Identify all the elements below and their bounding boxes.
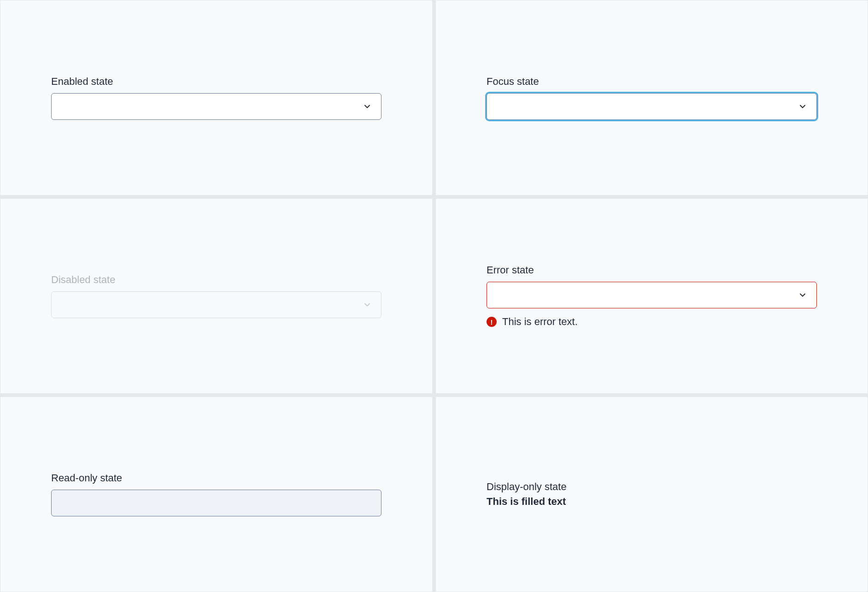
cell-focus: Focus state	[435, 0, 868, 195]
focus-select-wrap	[487, 93, 817, 120]
focus-label: Focus state	[487, 76, 817, 88]
cell-error: Error state ! This is error text.	[435, 198, 868, 394]
error-select[interactable]	[487, 282, 817, 308]
error-select-wrap: ! This is error text.	[487, 282, 817, 328]
disabled-label: Disabled state	[51, 274, 381, 286]
disabled-select-wrap	[51, 291, 381, 318]
readonly-select-wrap	[51, 490, 381, 516]
enabled-select-wrap	[51, 93, 381, 120]
error-message: This is error text.	[502, 316, 578, 328]
cell-disabled: Disabled state	[0, 198, 433, 394]
cell-displayonly: Display-only state This is filled text	[435, 397, 868, 592]
disabled-select	[51, 291, 381, 318]
enabled-label: Enabled state	[51, 76, 381, 88]
chevron-down-icon	[364, 301, 371, 308]
chevron-down-icon	[364, 103, 371, 110]
focus-select[interactable]	[487, 93, 817, 120]
enabled-select[interactable]	[51, 93, 381, 120]
error-message-row: ! This is error text.	[487, 316, 817, 328]
displayonly-value: This is filled text	[487, 496, 817, 508]
chevron-down-icon	[799, 291, 806, 299]
cell-enabled: Enabled state	[0, 0, 433, 195]
cell-readonly: Read-only state	[0, 397, 433, 592]
readonly-label: Read-only state	[51, 472, 381, 484]
readonly-select	[51, 490, 381, 516]
error-label: Error state	[487, 264, 817, 276]
displayonly-label: Display-only state	[487, 481, 817, 493]
chevron-down-icon	[799, 103, 806, 110]
states-grid: Enabled state Focus state Disabled state	[0, 0, 868, 592]
error-icon: !	[487, 317, 497, 327]
